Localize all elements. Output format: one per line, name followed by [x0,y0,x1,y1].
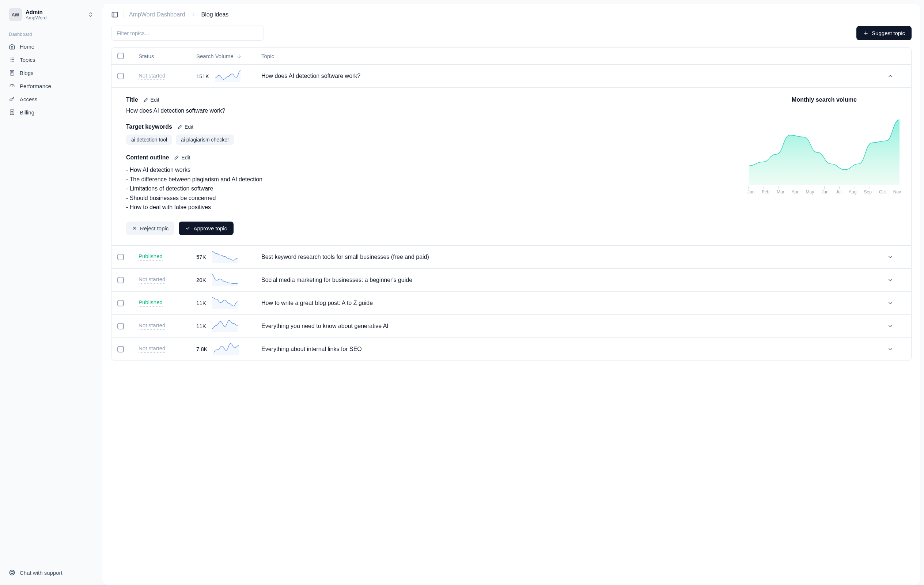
status-badge[interactable]: Not started [139,73,165,80]
keywords-label: Target keywords [126,124,172,130]
sidebar-item-label: Blogs [20,70,34,76]
keyword-chip[interactable]: ai detection tool [126,135,172,145]
svg-point-4 [11,572,13,573]
title-value: How does AI detection software work? [126,107,718,114]
chevron-down-icon[interactable] [887,300,905,306]
row-checkbox[interactable] [117,346,124,352]
user-name: Admin [26,9,47,15]
receipt-icon [9,109,15,116]
row-summary[interactable]: Not started 7.8K Everything about intern… [112,338,911,360]
status-badge[interactable]: Published [139,253,163,261]
sidebar-item-label: Billing [20,109,35,116]
table-row: Published 57K Best keyword research tool… [112,246,911,269]
pencil-icon [177,124,182,129]
sidebar-item-blogs[interactable]: Blogs [6,66,96,79]
column-topic[interactable]: Topic [261,53,884,59]
topbar: AmpWord Dashboard Blog ideas [102,4,920,26]
status-badge[interactable]: Not started [139,276,165,284]
sidebar-item-performance[interactable]: Performance [6,79,96,93]
sidebar: AW Admin AmpWord Dashboard Home Topics B… [0,0,102,585]
panel-toggle-icon[interactable] [111,11,119,18]
filter-topics-input[interactable] [111,26,264,41]
row-checkbox[interactable] [117,300,124,306]
table-row: Not started 7.8K Everything about intern… [112,338,911,360]
axis-label: Aug [849,189,856,195]
row-summary[interactable]: Not started 151K How does AI detection s… [112,65,911,88]
axis-label: Nov [893,189,901,195]
axis-label: Jul [836,189,842,195]
topic-title: Everything you need to know about genera… [261,323,884,329]
axis-label: Sep [864,189,872,195]
row-summary[interactable]: Not started 20K Social media marketing f… [112,269,911,291]
sidebar-section-label: Dashboard [6,29,96,39]
row-summary[interactable]: Published 57K Best keyword research tool… [112,246,911,268]
chevron-up-icon[interactable] [887,73,905,79]
key-icon [9,96,15,102]
main-content: AmpWord Dashboard Blog ideas Suggest top… [102,4,920,585]
life-buoy-icon [9,569,15,576]
chevron-down-icon[interactable] [887,346,905,352]
outline-item: How to deal with false positives [126,203,718,212]
chevron-down-icon[interactable] [887,254,905,260]
plus-icon [863,30,869,36]
keyword-chip[interactable]: ai plagiarism checker [176,135,234,145]
table-row: Not started 20K Social media marketing f… [112,269,911,292]
breadcrumb-parent[interactable]: AmpWord Dashboard [129,12,185,18]
edit-outline-button[interactable]: Edit [174,155,190,160]
sparkline [212,320,238,332]
topic-title: Social media marketing for businesses: a… [261,277,884,283]
approve-topic-button[interactable]: Approve topic [179,221,234,235]
row-summary[interactable]: Not started 11K Everything you need to k… [112,315,911,337]
breadcrumb-current: Blog ideas [201,12,229,18]
search-volume-value: 151K [196,73,209,79]
sparkline [215,70,241,82]
row-checkbox[interactable] [117,277,124,283]
search-volume-value: 11K [196,300,206,306]
row-checkbox[interactable] [117,254,124,260]
list-icon [9,56,15,63]
select-all-checkbox[interactable] [117,53,124,59]
chat-support-link[interactable]: Chat with support [6,566,96,579]
suggest-topic-label: Suggest topic [872,30,905,36]
column-status[interactable]: Status [139,53,193,59]
sidebar-item-label: Performance [20,83,51,89]
chevron-down-icon[interactable] [887,323,905,329]
chevron-down-icon[interactable] [887,277,905,283]
row-checkbox[interactable] [117,73,124,79]
sidebar-item-topics[interactable]: Topics [6,53,96,66]
workspace-switcher[interactable]: AW Admin AmpWord [6,6,96,23]
chat-support-label: Chat with support [20,570,63,576]
topic-title: Everything about internal links for SEO [261,346,884,352]
column-search-volume[interactable]: Search Volume [196,53,258,59]
chevron-right-icon [190,12,196,18]
area-chart [747,108,901,185]
sidebar-item-home[interactable]: Home [6,40,96,53]
sparkline [212,297,238,309]
row-checkbox[interactable] [117,323,124,329]
topic-title: Best keyword research tools for small bu… [261,254,884,260]
row-summary[interactable]: Published 11K How to write a great blog … [112,292,911,314]
reject-topic-button[interactable]: Reject topic [126,221,174,235]
chart-title: Monthly search volume [747,96,901,103]
status-badge[interactable]: Not started [139,322,165,330]
axis-label: Apr [792,189,799,195]
sidebar-item-billing[interactable]: Billing [6,106,96,119]
sidebar-item-access[interactable]: Access [6,93,96,106]
outline-item: The difference between plagiarism and AI… [126,175,718,184]
sparkline [212,251,238,263]
title-label: Title [126,96,138,103]
status-badge[interactable]: Published [139,299,163,307]
table-row: Published 11K How to write a great blog … [112,292,911,315]
topic-title: How does AI detection software work? [261,73,884,79]
status-badge[interactable]: Not started [139,345,165,353]
x-icon [132,226,137,231]
outline-item: How AI detection works [126,165,718,175]
edit-title-button[interactable]: Edit [143,97,159,103]
sidebar-item-label: Access [20,96,37,102]
axis-label: Oct [879,189,886,195]
topics-table: Status Search Volume Topic Not started 1… [111,47,912,361]
avatar: AW [9,8,22,21]
suggest-topic-button[interactable]: Suggest topic [856,26,912,40]
edit-keywords-button[interactable]: Edit [177,124,193,130]
axis-label: May [806,189,814,195]
